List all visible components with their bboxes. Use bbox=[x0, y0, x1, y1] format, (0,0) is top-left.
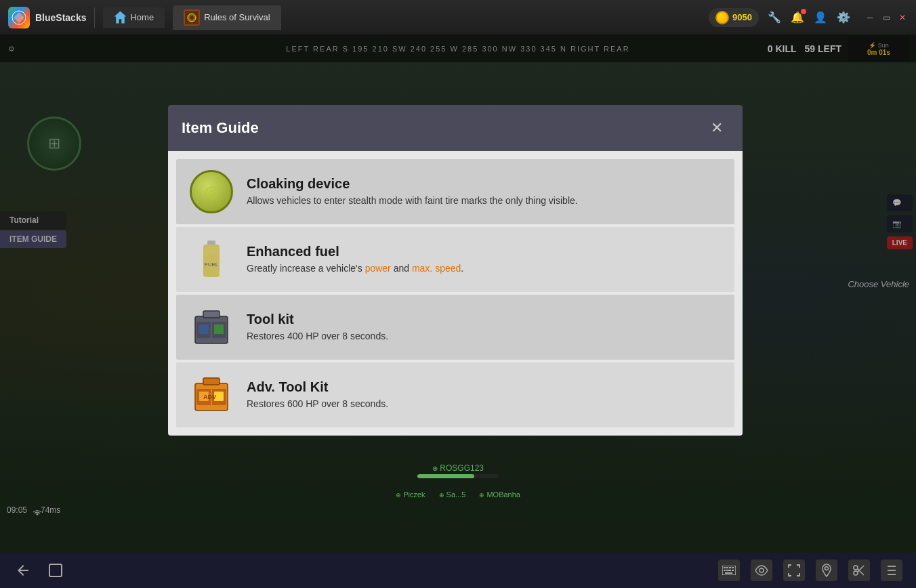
svg-marker-1 bbox=[14, 12, 24, 23]
game-tab[interactable]: Rules of Survival bbox=[173, 5, 281, 30]
taskbar bbox=[0, 553, 916, 588]
item-guide-modal: Item Guide ✕ Cloaking device Allows vehi… bbox=[168, 105, 743, 436]
fuel-icon: FUEL bbox=[196, 238, 226, 281]
close-button[interactable]: ✕ bbox=[897, 12, 908, 23]
adv-toolkit-svg: ADV bbox=[190, 375, 233, 415]
wrench-icon[interactable]: 🔧 bbox=[767, 10, 782, 25]
item-row-adv-toolkit: ADV Adv. Tool Kit Restores 600 HP over 8… bbox=[176, 362, 734, 427]
adv-toolkit-desc: Restores 600 HP over 8 seconds. bbox=[247, 398, 724, 411]
modal-close-button[interactable]: ✕ bbox=[705, 116, 729, 140]
settings-icon[interactable]: ⚙️ bbox=[836, 10, 851, 25]
keyboard-button[interactable] bbox=[718, 560, 740, 581]
svg-line-36 bbox=[858, 569, 865, 576]
svg-text:FUEL: FUEL bbox=[205, 261, 219, 268]
home-icon bbox=[114, 12, 126, 24]
fullscreen-button[interactable] bbox=[783, 560, 805, 581]
coin-amount: 9050 bbox=[732, 12, 752, 22]
item-row-fuel: FUEL Enhanced fuel Greatly increase a ve… bbox=[176, 227, 734, 292]
fuel-info: Enhanced fuel Greatly increase a vehicle… bbox=[247, 244, 724, 276]
minimize-button[interactable]: ─ bbox=[865, 12, 875, 23]
coin-icon bbox=[715, 11, 729, 24]
taskbar-right bbox=[718, 560, 902, 581]
cloaking-name: Cloaking device bbox=[247, 176, 724, 192]
toolkit-icon-container bbox=[187, 303, 236, 352]
svg-rect-31 bbox=[725, 572, 732, 574]
location-button[interactable] bbox=[816, 560, 837, 581]
cloaking-info: Cloaking device Allows vehicles to enter… bbox=[247, 176, 724, 208]
modal-header: Item Guide ✕ bbox=[168, 105, 743, 151]
toolkit-svg bbox=[190, 308, 233, 346]
svg-point-4 bbox=[190, 16, 194, 20]
notification-dot bbox=[801, 9, 806, 14]
eye-button[interactable] bbox=[751, 560, 772, 581]
modal-body: Cloaking device Allows vehicles to enter… bbox=[168, 151, 743, 436]
fuel-desc: Greatly increase a vehicle's power and m… bbox=[247, 262, 724, 276]
toolkit-info: Tool kit Restores 400 HP over 8 seconds. bbox=[247, 312, 724, 343]
svg-rect-26 bbox=[729, 567, 731, 568]
adv-toolkit-icon-container: ADV bbox=[187, 371, 236, 419]
scissors-button[interactable] bbox=[848, 560, 870, 581]
adv-toolkit-name: Adv. Tool Kit bbox=[247, 379, 724, 395]
cloaking-desc: Allows vehicles to enter stealth mode wi… bbox=[247, 194, 724, 208]
bluestacks-name: BlueStacks bbox=[35, 12, 86, 23]
item-row-cloaking: Cloaking device Allows vehicles to enter… bbox=[176, 159, 734, 224]
notification-icon[interactable]: 🔔 bbox=[790, 10, 805, 25]
svg-line-37 bbox=[858, 566, 865, 572]
fuel-name: Enhanced fuel bbox=[247, 244, 724, 259]
toolkit-name: Tool kit bbox=[247, 312, 724, 327]
bluestacks-logo bbox=[8, 7, 30, 28]
svg-rect-27 bbox=[732, 567, 734, 568]
window-controls: ─ ▭ ✕ bbox=[865, 12, 908, 23]
home-tab[interactable]: Home bbox=[103, 7, 165, 28]
coin-badge[interactable]: 9050 bbox=[709, 8, 759, 27]
item-row-toolkit: Tool kit Restores 400 HP over 8 seconds. bbox=[176, 295, 734, 360]
account-icon[interactable]: 👤 bbox=[813, 10, 828, 25]
more-button[interactable] bbox=[881, 560, 902, 581]
modal-title: Item Guide bbox=[182, 119, 259, 137]
svg-rect-24 bbox=[724, 567, 726, 568]
svg-rect-30 bbox=[732, 570, 734, 571]
titlebar-right: 9050 🔧 🔔 👤 ⚙️ ─ ▭ ✕ bbox=[709, 8, 916, 27]
taskbar-left bbox=[14, 561, 65, 580]
titlebar-left: BlueStacks Home Rules of Survival bbox=[0, 5, 289, 30]
fuel-svg: FUEL bbox=[198, 238, 225, 281]
back-button[interactable] bbox=[14, 561, 33, 580]
fuel-icon-container: FUEL bbox=[187, 235, 236, 284]
titlebar: BlueStacks Home Rules of Survival 9050 bbox=[0, 0, 916, 35]
svg-rect-7 bbox=[205, 247, 218, 255]
svg-rect-22 bbox=[49, 564, 62, 576]
power-highlight: power bbox=[365, 263, 391, 274]
cloaking-device-icon bbox=[190, 170, 233, 213]
game-tab-label: Rules of Survival bbox=[204, 12, 270, 22]
maximize-button[interactable]: ▭ bbox=[881, 12, 892, 23]
svg-rect-16 bbox=[203, 378, 220, 385]
svg-point-33 bbox=[825, 567, 829, 570]
game-tab-icon bbox=[184, 9, 200, 26]
tab-divider bbox=[94, 7, 95, 28]
svg-point-32 bbox=[759, 568, 764, 572]
svg-text:ADV: ADV bbox=[203, 394, 216, 400]
svg-rect-29 bbox=[726, 570, 731, 571]
home-button[interactable] bbox=[46, 561, 65, 580]
svg-rect-28 bbox=[724, 570, 726, 571]
svg-rect-10 bbox=[203, 311, 220, 318]
svg-rect-14 bbox=[214, 324, 224, 334]
speed-highlight: max. speed bbox=[412, 263, 461, 274]
toolkit-desc: Restores 400 HP over 8 seconds. bbox=[247, 330, 724, 343]
home-tab-label: Home bbox=[130, 12, 154, 22]
cloaking-icon-container bbox=[187, 167, 236, 216]
svg-rect-25 bbox=[726, 567, 728, 568]
adv-toolkit-info: Adv. Tool Kit Restores 600 HP over 8 sec… bbox=[247, 379, 724, 411]
svg-rect-13 bbox=[199, 324, 209, 334]
